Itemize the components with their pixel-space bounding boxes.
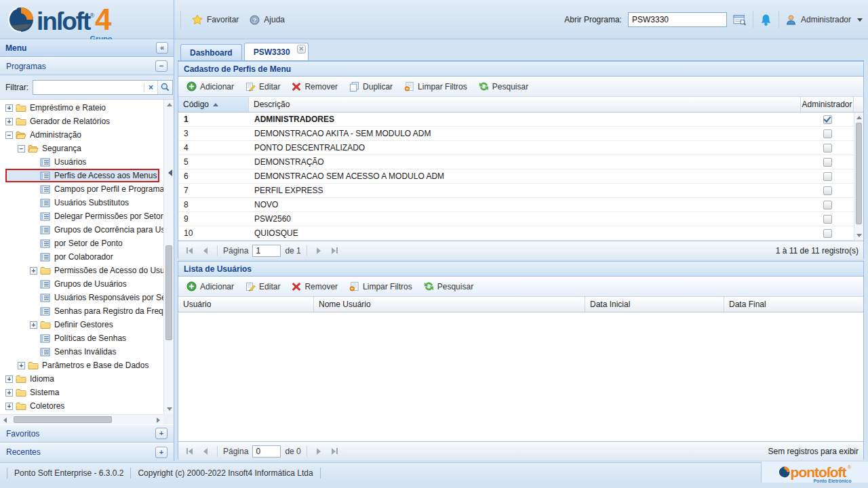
table-row[interactable]: 10QUIOSQUE bbox=[178, 226, 854, 241]
admin-checkbox[interactable] bbox=[823, 215, 832, 224]
admin-checkbox[interactable] bbox=[823, 144, 832, 152]
scroll-down-icon[interactable] bbox=[854, 230, 864, 241]
edit-button[interactable]: Editar bbox=[241, 279, 285, 293]
add-button[interactable]: Adicionar bbox=[182, 79, 239, 94]
column-header-nome-usuario[interactable]: Nome Usuário bbox=[314, 297, 585, 312]
tree-item[interactable]: +Sistema bbox=[0, 386, 163, 399]
chevron-down-icon[interactable] bbox=[857, 18, 863, 22]
collapse-sidebar-button[interactable]: « bbox=[156, 42, 168, 54]
table-row[interactable]: 5DEMONSTRAÇÃO bbox=[178, 155, 854, 169]
admin-checkbox[interactable] bbox=[823, 201, 832, 209]
favorite-button[interactable]: Favoritar bbox=[192, 14, 239, 25]
prev-page-button[interactable] bbox=[199, 245, 212, 257]
expand-plus-icon[interactable]: + bbox=[30, 267, 37, 274]
collapse-splitter-icon[interactable] bbox=[168, 169, 172, 176]
tree-hscroll-thumb[interactable] bbox=[14, 416, 112, 423]
remove-button[interactable]: Remover bbox=[287, 280, 342, 293]
admin-checkbox[interactable] bbox=[823, 115, 832, 124]
expand-section-icon[interactable]: + bbox=[155, 428, 167, 439]
table-row[interactable]: 3DEMONSTRACAO AKITA - SEM MODULO ADM bbox=[178, 127, 854, 141]
tab-psw3330[interactable]: PSW3330 ✕ bbox=[244, 43, 309, 60]
tree-item[interactable]: Senhas Inválidas bbox=[0, 345, 163, 359]
add-button[interactable]: Adicionar bbox=[182, 279, 239, 293]
clear-filters-button[interactable]: Limpar Filtros bbox=[399, 79, 472, 94]
tree-horizontal-scrollbar[interactable] bbox=[0, 414, 163, 424]
duplicate-button[interactable]: Duplicar bbox=[344, 79, 397, 94]
filter-search-icon[interactable] bbox=[157, 81, 172, 94]
admin-checkbox[interactable] bbox=[823, 129, 832, 138]
admin-checkbox[interactable] bbox=[823, 229, 832, 238]
tree-item[interactable]: Senhas para Registro da Frequênc bbox=[0, 304, 163, 318]
column-header-descricao[interactable]: Descrição bbox=[249, 97, 801, 112]
tree-item[interactable]: Campos por Perfil e Programa bbox=[0, 182, 163, 196]
expand-plus-icon[interactable]: + bbox=[5, 118, 13, 125]
tree-item[interactable]: +Permissões de Acesso do Usuário bbox=[0, 264, 163, 277]
table-row[interactable]: 1ADMINISTRADORES bbox=[178, 113, 854, 127]
table-row[interactable]: 8NOVO bbox=[178, 198, 854, 212]
filter-input[interactable] bbox=[33, 81, 144, 94]
tree-item[interactable]: −Segurança bbox=[0, 142, 163, 155]
column-header-usuario[interactable]: Usuário bbox=[178, 297, 314, 312]
tree-item[interactable]: Delegar Permissões por Setor bbox=[0, 209, 163, 223]
tree-item[interactable]: +Gerador de Relatórios bbox=[0, 115, 163, 128]
search-button[interactable]: Pesquisar bbox=[474, 79, 533, 94]
tree-item[interactable]: +Definir Gestores bbox=[0, 318, 163, 331]
expand-plus-icon[interactable]: + bbox=[30, 321, 37, 329]
table-row[interactable]: 6DEMONSTRACAO SEM ACESSO A MODULO ADM bbox=[178, 169, 854, 184]
open-program-input[interactable] bbox=[628, 12, 727, 27]
column-header-data-final[interactable]: Data Final bbox=[724, 297, 863, 312]
page-number-input[interactable] bbox=[252, 245, 281, 257]
help-button[interactable]: ? Ajuda bbox=[250, 15, 285, 25]
table-row[interactable]: 9PSW2560 bbox=[178, 212, 854, 226]
expand-plus-icon[interactable]: + bbox=[5, 375, 13, 383]
tree-item[interactable]: −Administração bbox=[0, 128, 163, 142]
expand-plus-icon[interactable]: + bbox=[5, 389, 13, 396]
user-menu[interactable]: Administrador bbox=[785, 14, 851, 26]
first-page-button[interactable] bbox=[183, 445, 195, 458]
filter-clear-icon[interactable]: × bbox=[144, 83, 157, 92]
scroll-up-icon[interactable] bbox=[164, 100, 174, 110]
first-page-button[interactable] bbox=[183, 245, 195, 257]
tab-dashboard[interactable]: Dashboard bbox=[180, 44, 242, 60]
page-number-input[interactable] bbox=[252, 445, 281, 458]
clear-filters-button[interactable]: Limpar Filtros bbox=[344, 279, 417, 293]
last-page-button[interactable] bbox=[329, 445, 341, 458]
tree-item[interactable]: +Coletores bbox=[0, 399, 163, 413]
collapse-section-icon[interactable]: − bbox=[155, 60, 167, 72]
remove-button[interactable]: Remover bbox=[287, 80, 342, 94]
recentes-section-header[interactable]: Recentes + bbox=[0, 443, 174, 461]
table-row[interactable]: 4PONTO DESCENTRALIZADO bbox=[178, 141, 854, 155]
collapse-minus-icon[interactable]: − bbox=[18, 145, 25, 152]
tree-item[interactable]: Políticas de Senhas bbox=[0, 331, 163, 345]
favoritos-section-header[interactable]: Favoritos + bbox=[0, 424, 174, 443]
tree-item[interactable]: por Colaborador bbox=[0, 250, 163, 264]
scroll-down-icon[interactable] bbox=[164, 404, 174, 414]
grid-vertical-scrollbar[interactable] bbox=[854, 113, 863, 241]
tree-item[interactable]: +Parâmetros e Base de Dados bbox=[0, 359, 163, 372]
tree-item[interactable]: Usuários Responsáveis por Setore bbox=[0, 291, 163, 304]
tree-item[interactable]: +Empréstimo e Rateio bbox=[0, 101, 163, 115]
tree-item[interactable]: por Setor de Ponto bbox=[0, 237, 163, 250]
expand-plus-icon[interactable]: + bbox=[18, 362, 25, 369]
edit-button[interactable]: Editar bbox=[241, 79, 285, 94]
next-page-button[interactable] bbox=[313, 445, 325, 458]
expand-plus-icon[interactable]: + bbox=[5, 104, 13, 112]
grid-vscroll-thumb[interactable] bbox=[856, 123, 862, 224]
column-header-administrador[interactable]: Administrador bbox=[801, 97, 854, 112]
tree-vscroll-thumb[interactable] bbox=[165, 245, 172, 340]
tree-item[interactable]: Grupos de Usuários bbox=[0, 277, 163, 291]
expand-plus-icon[interactable]: + bbox=[5, 403, 13, 410]
column-header-data-inicial[interactable]: Data Inicial bbox=[585, 297, 724, 312]
scroll-right-icon[interactable] bbox=[153, 415, 163, 424]
admin-checkbox[interactable] bbox=[823, 158, 832, 167]
programas-section-header[interactable]: Programas − bbox=[0, 57, 174, 75]
notifications-bell-icon[interactable] bbox=[760, 14, 772, 26]
table-row[interactable]: 7PERFIL EXPRESS bbox=[178, 184, 854, 198]
admin-checkbox[interactable] bbox=[823, 186, 832, 195]
browse-program-icon[interactable] bbox=[733, 14, 747, 26]
tree-item[interactable]: Perfis de Acesso aos Menus bbox=[5, 169, 159, 182]
admin-checkbox[interactable] bbox=[823, 172, 832, 181]
column-header-codigo[interactable]: Código bbox=[178, 97, 249, 112]
close-tab-icon[interactable]: ✕ bbox=[297, 45, 306, 54]
next-page-button[interactable] bbox=[313, 245, 325, 257]
